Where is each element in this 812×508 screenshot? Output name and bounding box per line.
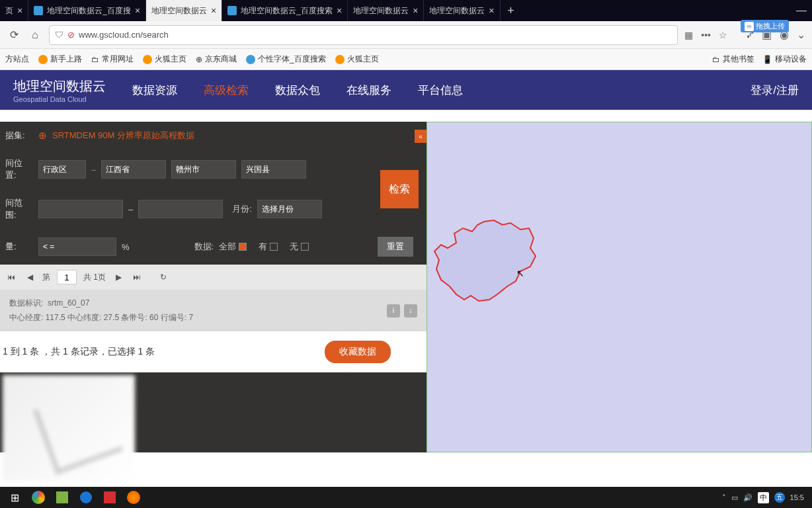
page-next-icon[interactable]: ▶ xyxy=(112,271,124,283)
close-icon[interactable]: × xyxy=(17,5,22,16)
region-boundary xyxy=(431,215,544,314)
range-start-input[interactable] xyxy=(38,200,123,218)
bookmark-item[interactable]: 方站点 xyxy=(5,54,29,65)
browser-tab[interactable]: 页× xyxy=(0,0,28,21)
page-last-icon[interactable]: ⏭ xyxy=(131,271,143,283)
firefox-icon xyxy=(38,55,48,64)
result-row[interactable]: 数据标识: srtm_60_07 中心经度: 117.5 中心纬度: 27.5 … xyxy=(0,290,426,331)
collapse-panel-button[interactable]: « xyxy=(415,130,426,143)
bookmark-item[interactable]: 🗀其他书签 xyxy=(712,54,754,65)
taskbar-app[interactable] xyxy=(52,488,73,507)
radio-box-icon xyxy=(270,243,278,251)
site-logo[interactable]: 地理空间数据云 Geospatial Data Cloud xyxy=(13,77,106,103)
close-icon[interactable]: × xyxy=(337,5,342,16)
menu-dots-icon[interactable]: ••• xyxy=(701,30,711,40)
radio-box-icon xyxy=(239,243,247,251)
url-input[interactable]: 🛡 ⊘ www.gscloud.cn/search xyxy=(49,25,678,45)
region-type-select[interactable]: 行政区 xyxy=(38,160,86,179)
nav-data-resources[interactable]: 数据资源 xyxy=(132,83,177,98)
nav-platform-info[interactable]: 平台信息 xyxy=(418,83,463,98)
browser-tab-bar: 页× 地理空间数据云_百度搜× 地理空间数据云× 地理空间数据云_百度搜索× 地… xyxy=(0,0,812,21)
clock[interactable]: 15:5 xyxy=(790,493,804,501)
nav-crowdsource[interactable]: 数据众包 xyxy=(275,83,320,98)
page-first-icon[interactable]: ⏮ xyxy=(5,271,17,283)
cloud-icon: ∞ xyxy=(745,22,754,31)
close-icon[interactable]: × xyxy=(211,5,216,16)
reload-icon[interactable]: ⟳ xyxy=(7,28,21,42)
home-icon[interactable]: ⌂ xyxy=(28,28,42,42)
bookmark-star-icon[interactable]: ☆ xyxy=(719,30,727,40)
battery-icon[interactable]: ▭ xyxy=(731,493,738,502)
radio-no[interactable]: 无 xyxy=(290,241,309,253)
bookmark-item[interactable]: 火狐主页 xyxy=(335,54,379,65)
bookmark-bar: 方站点 新手上路 🗀常用网址 火狐主页 ⊕京东商城 个性字体_百度搜索 火狐主页… xyxy=(0,49,812,70)
login-link[interactable]: 登录/注册 xyxy=(751,83,799,98)
new-tab-button[interactable]: + xyxy=(501,0,522,21)
globe-icon: ⊕ xyxy=(196,55,202,64)
page-prev-icon[interactable]: ◀ xyxy=(24,271,36,283)
map-canvas[interactable]: ↖ xyxy=(426,122,812,452)
bookmark-item[interactable]: 🗀常用网址 xyxy=(91,54,134,65)
url-text: www.gscloud.cn/search xyxy=(79,30,169,40)
page-input[interactable] xyxy=(57,270,77,284)
county-select[interactable]: 兴国县 xyxy=(241,160,306,179)
add-dataset-icon[interactable]: ⊕ xyxy=(38,130,47,142)
taskbar-app[interactable] xyxy=(28,488,49,507)
ime-switch-icon[interactable]: 五 xyxy=(774,492,785,503)
minimize-icon[interactable]: — xyxy=(796,5,807,17)
mobile-icon: 📱 xyxy=(762,55,772,64)
url-bar: ⟳ ⌂ 🛡 ⊘ www.gscloud.cn/search ▦ ••• ☆ ⑇ … xyxy=(0,21,812,49)
taskbar-app[interactable] xyxy=(99,488,120,507)
taskbar-app-firefox[interactable] xyxy=(123,488,144,507)
refresh-icon[interactable]: ↻ xyxy=(157,271,169,283)
favicon-icon xyxy=(34,6,43,15)
browser-tab[interactable]: 地理空间数据云× xyxy=(424,0,500,21)
browser-tab-active[interactable]: 地理空间数据云× xyxy=(146,0,222,21)
qr-icon[interactable]: ▦ xyxy=(684,30,693,40)
browser-tab[interactable]: 地理空间数据云× xyxy=(348,0,424,21)
windows-taskbar: ⊞ ˄ ▭ 🔊 中 五 15:5 xyxy=(0,487,812,508)
tracking-icon: ⊘ xyxy=(67,30,75,40)
bookmark-item[interactable]: 📱移动设备 xyxy=(762,54,807,65)
close-icon[interactable]: × xyxy=(135,5,140,16)
tray-chevron-icon[interactable]: ˄ xyxy=(722,493,726,502)
province-select[interactable]: 江西省 xyxy=(101,160,166,179)
radio-all[interactable]: 全部 xyxy=(219,241,247,253)
bookmark-item[interactable]: 个性字体_百度搜索 xyxy=(246,54,326,65)
start-button[interactable]: ⊞ xyxy=(4,488,25,507)
firefox-icon xyxy=(143,55,152,64)
pocket-icon[interactable]: ⌄ xyxy=(797,28,805,41)
range-end-input[interactable] xyxy=(138,200,223,218)
bookmark-item[interactable]: ⊕京东商城 xyxy=(196,54,237,65)
nav-advanced-search[interactable]: 高级检索 xyxy=(204,83,249,98)
reset-button[interactable]: 重置 xyxy=(378,237,413,257)
qty-input[interactable] xyxy=(38,237,116,256)
favicon-icon xyxy=(227,6,237,15)
radio-yes[interactable]: 有 xyxy=(259,241,278,253)
result-thumbnail xyxy=(3,375,135,481)
close-icon[interactable]: × xyxy=(489,5,494,16)
cursor-icon: ↖ xyxy=(516,268,524,278)
location-row: 间位置: 行政区 – 江西省 赣州市 兴国县 xyxy=(0,149,380,189)
taskbar-app[interactable] xyxy=(75,488,97,507)
results-summary: 1 到 1 条 ，共 1 条记录，已选择 1 条 收藏数据 xyxy=(0,331,426,372)
city-select[interactable]: 赣州市 xyxy=(171,160,236,179)
browser-tab[interactable]: 地理空间数据云_百度搜× xyxy=(28,0,146,21)
ime-indicator[interactable]: 中 xyxy=(758,492,769,503)
volume-icon[interactable]: 🔊 xyxy=(743,493,752,502)
download-button[interactable]: ↓ xyxy=(404,304,417,318)
search-button[interactable]: 检索 xyxy=(380,170,419,208)
browser-tab[interactable]: 地理空间数据云_百度搜索× xyxy=(222,0,348,21)
upload-widget[interactable]: ∞拖拽上传 xyxy=(741,20,789,32)
info-button[interactable]: i xyxy=(387,304,400,318)
nav-online-services[interactable]: 在线服务 xyxy=(346,83,391,98)
bookmark-item[interactable]: 火狐主页 xyxy=(143,54,186,65)
bookmark-item[interactable]: 新手上路 xyxy=(38,54,82,65)
month-select[interactable]: 选择月份 xyxy=(257,200,322,218)
range-row: 间范围: – 月份: 选择月份 xyxy=(0,189,380,229)
search-panel: « 据集: ⊕ SRTMDEM 90M 分辨率原始高程数据 间位置: 行政区 –… xyxy=(0,122,426,452)
baidu-icon xyxy=(246,55,255,64)
collect-button[interactable]: 收藏数据 xyxy=(325,341,391,363)
close-icon[interactable]: × xyxy=(413,5,418,16)
shield-icon: 🛡 xyxy=(55,30,63,40)
